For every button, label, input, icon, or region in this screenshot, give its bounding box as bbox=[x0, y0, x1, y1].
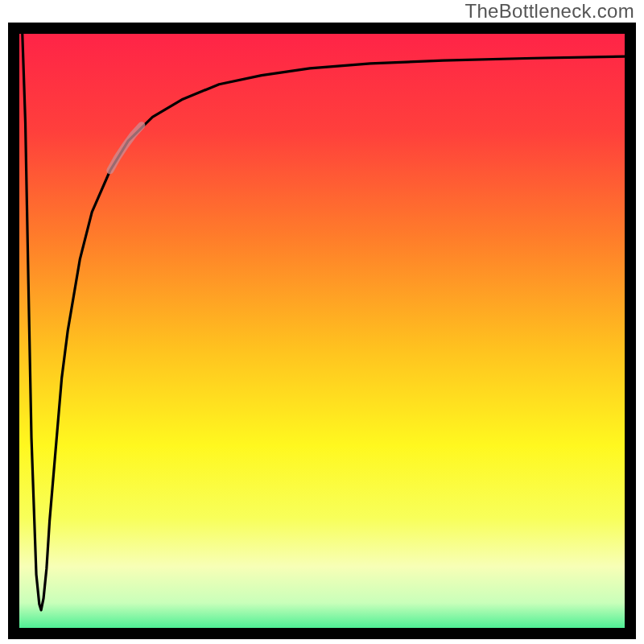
chart-frame: TheBottleneck.com bbox=[0, 0, 644, 644]
accent-segment bbox=[110, 126, 142, 171]
watermark-text: TheBottleneck.com bbox=[464, 0, 634, 23]
chart-plot-area bbox=[8, 23, 636, 639]
chart-lines bbox=[19, 34, 625, 628]
primary-curve bbox=[23, 34, 625, 610]
